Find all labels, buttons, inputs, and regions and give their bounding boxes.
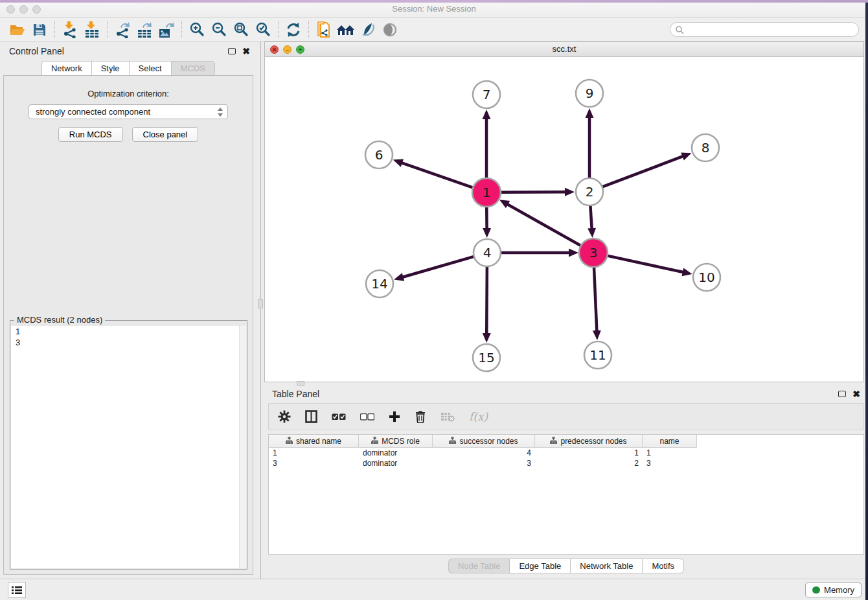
node-label-10: 10 (698, 270, 714, 285)
tab-mcds[interactable]: MCDS (171, 61, 215, 76)
network-maximize-icon[interactable]: + (296, 45, 304, 54)
unselect-all-columns-icon[interactable] (360, 413, 374, 421)
import-network-icon[interactable] (59, 20, 81, 40)
first-neighbors-icon[interactable] (335, 20, 357, 40)
network-frame: ✕ – + scc.txt 7968124314101511 (264, 41, 864, 382)
node-15[interactable]: 15 (473, 344, 500, 371)
edge-2-8[interactable] (603, 156, 685, 187)
zoom-fit-icon[interactable] (230, 20, 252, 40)
network-frame-titlebar[interactable]: ✕ – + scc.txt (265, 42, 863, 57)
tab-network-table[interactable]: Network Table (570, 559, 642, 573)
network-graph[interactable]: 7968124314101511 (265, 57, 863, 382)
save-session-icon[interactable] (29, 20, 51, 40)
edge-4-15[interactable] (486, 267, 487, 335)
edge-1-2[interactable] (501, 192, 567, 192)
zoom-in-icon[interactable] (186, 20, 208, 40)
edge-4-14[interactable] (402, 257, 474, 277)
splitter-handle[interactable] (258, 299, 263, 308)
tab-node-table[interactable]: Node Table (448, 559, 510, 573)
node-10[interactable]: 10 (693, 264, 720, 291)
column-header-successor-nodes[interactable]: successor nodes (433, 435, 535, 448)
graphics-details-icon[interactable] (357, 20, 379, 40)
network-minimize-icon[interactable]: – (283, 45, 291, 54)
node-label-11: 11 (589, 347, 606, 363)
zoom-selected-icon[interactable] (252, 20, 274, 40)
edge-3-1[interactable] (506, 203, 580, 246)
node-label-14: 14 (371, 276, 387, 292)
delete-column-trash-icon[interactable] (415, 410, 426, 423)
cell-MCDS-role[interactable]: dominator (359, 458, 433, 468)
node-2[interactable]: 2 (576, 178, 603, 205)
delete-table-icon (440, 411, 455, 422)
table-row[interactable]: 3dominator323 (269, 458, 863, 468)
node-14[interactable]: 14 (366, 270, 393, 297)
cell-shared-name[interactable]: 1 (269, 448, 359, 458)
tab-select[interactable]: Select (129, 61, 171, 76)
edge-1-6[interactable] (400, 163, 473, 188)
task-history-button[interactable] (8, 582, 26, 598)
node-4[interactable]: 4 (474, 239, 501, 266)
refresh-layout-icon[interactable] (282, 20, 304, 40)
node-1[interactable]: 1 (472, 178, 501, 207)
open-session-icon[interactable] (6, 20, 29, 40)
cell-predecessor-nodes[interactable]: 2 (535, 458, 643, 468)
cell-successor-nodes[interactable]: 4 (433, 448, 535, 458)
cell-shared-name[interactable]: 3 (269, 458, 359, 468)
node-6[interactable]: 6 (365, 141, 393, 168)
criterion-select[interactable]: strongly connected component (29, 104, 228, 119)
node-3[interactable]: 3 (579, 238, 608, 267)
tab-edge-table[interactable]: Edge Table (509, 559, 570, 573)
column-header-MCDS-role[interactable]: MCDS role (359, 435, 433, 448)
close-panel-button[interactable]: Close panel (132, 127, 199, 142)
bird-eye-view-icon[interactable] (379, 20, 401, 40)
export-network-icon[interactable] (111, 20, 133, 40)
column-header-shared-name[interactable]: shared name (269, 435, 359, 448)
cell-name[interactable]: 3 (643, 458, 697, 468)
control-panel-close-icon[interactable]: ✖ (242, 47, 250, 56)
node-label-7: 7 (483, 87, 491, 102)
table-panel-float-icon[interactable] (838, 391, 846, 397)
tab-style[interactable]: Style (91, 61, 129, 76)
node-11[interactable]: 11 (584, 341, 611, 369)
tab-network[interactable]: Network (41, 61, 91, 76)
node-7[interactable]: 7 (473, 81, 500, 108)
zoom-out-icon[interactable] (208, 20, 230, 40)
cell-successor-nodes[interactable]: 3 (433, 458, 535, 468)
new-network-file-icon[interactable] (313, 20, 335, 40)
mcds-result-item: 1 (11, 326, 246, 337)
create-column-plus-icon[interactable] (389, 411, 400, 422)
cell-name[interactable]: 1 (643, 448, 697, 458)
column-header-predecessor-nodes[interactable]: predecessor nodes (535, 435, 643, 448)
table-row[interactable]: 1dominator411 (269, 448, 863, 458)
cell-predecessor-nodes[interactable]: 1 (535, 448, 643, 458)
run-mcds-button[interactable]: Run MCDS (58, 127, 123, 142)
search-input[interactable] (670, 22, 859, 37)
edge-2-3[interactable] (590, 206, 591, 230)
column-tree-icon (449, 437, 456, 446)
node-9[interactable]: 9 (576, 80, 603, 107)
node-8[interactable]: 8 (692, 134, 719, 161)
mcds-result-list[interactable]: 13 (11, 326, 246, 568)
export-table-icon[interactable] (133, 20, 155, 40)
network-frame-title: scc.txt (265, 42, 863, 56)
tab-motifs[interactable]: Motifs (642, 559, 684, 573)
export-image-icon[interactable] (155, 20, 177, 40)
memory-button[interactable]: Memory (805, 583, 862, 597)
panel-splitter-vertical[interactable] (257, 41, 264, 579)
edge-3-10[interactable] (607, 256, 684, 273)
column-settings-gear-icon[interactable] (278, 410, 291, 423)
network-close-icon[interactable]: ✕ (270, 45, 279, 54)
arrowhead-3-11 (593, 330, 601, 340)
edge-3-11[interactable] (594, 267, 597, 332)
control-panel-float-icon[interactable] (228, 48, 236, 54)
import-table-icon[interactable] (81, 20, 103, 40)
show-columns-icon[interactable] (305, 410, 317, 423)
column-header-name[interactable]: name (643, 435, 697, 448)
select-all-columns-icon[interactable] (332, 413, 346, 421)
table-splitter-handle[interactable] (297, 381, 304, 386)
table-panel-close-icon[interactable]: ✖ (852, 389, 860, 398)
mcds-result-scrollbar[interactable] (239, 326, 246, 568)
cell-MCDS-role[interactable]: dominator (359, 448, 433, 458)
desktop-wallpaper-right (865, 3, 868, 600)
network-canvas[interactable]: 7968124314101511 (265, 57, 863, 382)
